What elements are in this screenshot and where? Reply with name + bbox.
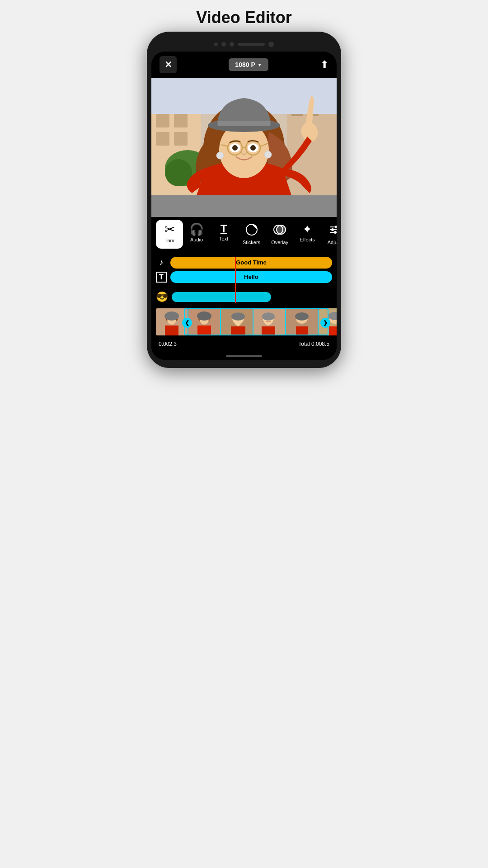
svg-point-36 xyxy=(331,228,334,231)
headphones-icon: 🎧 xyxy=(189,223,204,235)
tool-stickers-label: Stickers xyxy=(243,240,260,245)
timestamp-total: Total 0.008.5 xyxy=(298,341,329,347)
tool-text-label: Text xyxy=(219,236,228,241)
sticker-emoji-icon: 😎 xyxy=(156,291,168,303)
quality-label: 1080 P xyxy=(235,61,255,68)
speaker-bar xyxy=(238,43,265,46)
svg-rect-58 xyxy=(262,326,275,335)
camera-dot xyxy=(268,42,274,47)
timeline-area: ♪ Good Time T Hello xyxy=(156,257,332,303)
video-preview xyxy=(151,78,337,217)
text-track-row: T Hello xyxy=(156,271,332,283)
playhead xyxy=(235,257,236,303)
svg-point-37 xyxy=(334,231,337,234)
sticker-track[interactable] xyxy=(172,292,271,302)
overlay-icon xyxy=(273,223,286,238)
tool-audio[interactable]: 🎧 Audio xyxy=(183,220,210,249)
tool-trim[interactable]: ✂ Trim xyxy=(156,220,183,249)
adjust-icon xyxy=(328,223,337,238)
text-track[interactable]: Hello xyxy=(170,271,332,283)
audio-track[interactable]: Good Time xyxy=(170,257,332,269)
dot-3 xyxy=(230,42,234,47)
tool-effects-label: Effects xyxy=(300,237,314,242)
stickers-icon xyxy=(245,223,258,238)
timestamp-start: 0.002.3 xyxy=(159,341,177,347)
dot-2 xyxy=(221,42,226,47)
svg-rect-50 xyxy=(197,326,211,335)
phone-outer: ✕ 1080 P ▼ ⬆ xyxy=(147,32,341,368)
svg-point-53 xyxy=(231,312,245,321)
filmstrip-nav-right[interactable]: ❯ xyxy=(320,318,330,328)
svg-rect-17 xyxy=(218,121,270,126)
svg-point-49 xyxy=(197,311,211,321)
text-track-icon: T xyxy=(156,272,167,283)
export-button[interactable]: ⬆ xyxy=(320,59,328,71)
music-note-icon: ♪ xyxy=(156,258,167,267)
app-title: Video Editor xyxy=(196,0,291,32)
frame-inner-3 xyxy=(221,308,253,335)
page-wrapper: Video Editor ✕ 1080 P ▼ ⬆ xyxy=(122,0,366,377)
svg-point-27 xyxy=(216,152,224,159)
close-button[interactable]: ✕ xyxy=(160,56,177,73)
tool-adjust[interactable]: Adjust xyxy=(321,220,337,249)
audio-track-row: ♪ Good Time xyxy=(156,257,332,269)
audio-track-label: Good Time xyxy=(236,259,267,266)
svg-point-28 xyxy=(264,151,272,158)
quality-arrow-icon: ▼ xyxy=(258,62,262,67)
top-bar: ✕ 1080 P ▼ ⬆ xyxy=(151,52,337,78)
frame-inner-5 xyxy=(286,308,318,335)
tool-adjust-label: Adjust xyxy=(328,240,337,245)
video-placeholder xyxy=(151,78,337,195)
filmstrip-nav-left[interactable]: ❮ xyxy=(182,318,192,328)
svg-point-61 xyxy=(295,312,309,321)
svg-rect-3 xyxy=(174,114,188,127)
toolbar: ✂ Trim 🎧 Audio T Text xyxy=(151,217,337,252)
filmstrip-row: ❮ xyxy=(151,308,337,335)
tool-stickers[interactable]: Stickers xyxy=(237,220,266,249)
filmstrip-frame-2[interactable] xyxy=(188,308,220,335)
svg-point-26 xyxy=(250,145,256,151)
toolbar-inner: ✂ Trim 🎧 Audio T Text xyxy=(151,220,337,249)
frame-inner-2 xyxy=(188,308,220,335)
phone-inner: ✕ 1080 P ▼ ⬆ xyxy=(151,52,337,360)
svg-point-44 xyxy=(164,311,179,321)
effects-icon: ✦ xyxy=(302,223,312,235)
tool-effects[interactable]: ✦ Effects xyxy=(294,220,321,249)
tool-audio-label: Audio xyxy=(190,237,203,242)
filmstrip-frame-5[interactable] xyxy=(286,308,318,335)
svg-rect-54 xyxy=(231,326,245,335)
filmstrip-frame-3[interactable] xyxy=(221,308,253,335)
filmstrip-section: ❮ xyxy=(151,307,337,339)
bottom-indicator xyxy=(151,353,337,360)
svg-rect-66 xyxy=(329,326,337,335)
svg-rect-45 xyxy=(165,326,178,335)
timestamp-bar: 0.002.3 Total 0.008.5 xyxy=(151,339,337,353)
phone-top-bar xyxy=(151,40,337,52)
tool-overlay[interactable]: Overlay xyxy=(266,220,294,249)
sticker-track-row: 😎 xyxy=(156,291,332,303)
svg-rect-5 xyxy=(174,132,188,146)
svg-rect-2 xyxy=(156,114,169,127)
quality-button[interactable]: 1080 P ▼ xyxy=(229,58,268,71)
svg-point-57 xyxy=(262,312,275,321)
tool-trim-label: Trim xyxy=(164,238,174,243)
text-icon: T xyxy=(221,223,227,234)
filmstrip-frame-4[interactable] xyxy=(253,308,285,335)
timeline-section: ♪ Good Time T Hello xyxy=(151,252,337,303)
frame-inner-4 xyxy=(253,308,285,335)
svg-rect-4 xyxy=(156,132,169,146)
dot-1 xyxy=(214,42,218,46)
scissors-icon: ✂ xyxy=(164,223,175,236)
svg-point-35 xyxy=(335,226,337,228)
tool-overlay-label: Overlay xyxy=(271,240,288,245)
svg-point-31 xyxy=(277,225,286,234)
svg-point-25 xyxy=(232,145,238,151)
tool-text[interactable]: T Text xyxy=(210,220,237,249)
text-track-label: Hello xyxy=(244,274,258,280)
svg-rect-62 xyxy=(296,326,308,335)
bottom-bar xyxy=(226,355,262,357)
